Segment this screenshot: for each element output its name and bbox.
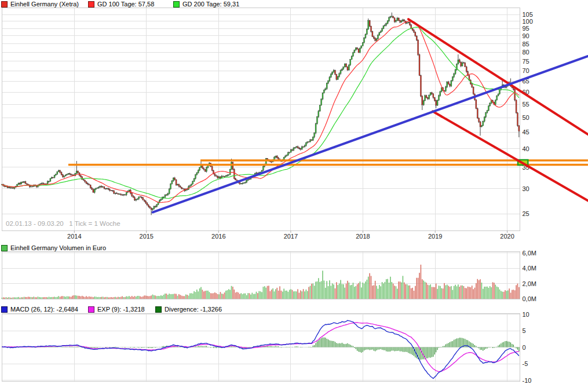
svg-text:85: 85 (523, 41, 529, 47)
svg-text:45: 45 (523, 129, 529, 136)
legend-label: Divergence: -1,3266 (165, 306, 222, 313)
legend-item-gd200: GD 200 Tage: 59,31 (173, 1, 239, 8)
svg-text:2016: 2016 (211, 233, 225, 240)
svg-text:-5: -5 (523, 360, 528, 367)
svg-text:-10: -10 (523, 377, 532, 384)
svg-text:55: 55 (523, 101, 529, 108)
svg-text:100: 100 (523, 18, 533, 25)
svg-text:2020: 2020 (500, 233, 514, 240)
svg-text:50: 50 (523, 114, 529, 121)
svg-text:2017: 2017 (284, 233, 298, 240)
svg-text:80: 80 (523, 49, 529, 56)
svg-text:90: 90 (523, 32, 529, 39)
series-swatch-icon (1, 306, 8, 313)
svg-text:2015: 2015 (140, 233, 154, 240)
svg-text:105: 105 (523, 11, 533, 18)
stock-chart-application: 1051009590858075706560555045403530256,0M… (0, 0, 588, 388)
svg-text:0: 0 (523, 344, 526, 351)
series-swatch-icon (88, 306, 94, 313)
price-legend: Einhell Germany (Xetra) GD 100 Tage: 57,… (0, 1, 588, 8)
svg-text:2,0M: 2,0M (523, 280, 536, 287)
series-swatch-icon (155, 306, 162, 313)
series-swatch-icon (1, 245, 8, 251)
svg-text:5: 5 (523, 327, 526, 334)
series-swatch-icon (173, 1, 180, 8)
legend-item-volume: Einhell Germany Volumen in Euro (1, 244, 106, 251)
legend-item-macd: MACD (26, 12): -2,6484 (1, 306, 78, 313)
legend-item-exp: EXP (9): -1,3218 (88, 306, 145, 313)
svg-text:30: 30 (523, 185, 529, 192)
chart-canvas[interactable]: 1051009590858075706560555045403530256,0M… (0, 0, 588, 388)
svg-text:25: 25 (523, 210, 529, 217)
legend-item-instrument: Einhell Germany (Xetra) (1, 1, 79, 8)
svg-text:2014: 2014 (67, 233, 81, 240)
svg-text:0,0M: 0,0M (523, 295, 536, 302)
series-swatch-icon (1, 1, 8, 8)
legend-item-divergence: Divergence: -1,3266 (155, 306, 222, 313)
series-swatch-icon (88, 1, 94, 8)
legend-label: Einhell Germany (Xetra) (10, 1, 79, 8)
svg-text:70: 70 (523, 67, 529, 74)
period-watermark: 02.01.13 - 09.03.20 1 Tick = 1 Woche (6, 220, 120, 227)
macd-legend: MACD (26, 12): -2,6484 EXP (9): -1,3218 … (0, 306, 588, 313)
svg-text:2018: 2018 (356, 233, 370, 240)
legend-label: GD 100 Tage: 57,58 (97, 1, 154, 8)
legend-label: EXP (9): -1,3218 (97, 306, 145, 313)
volume-legend: Einhell Germany Volumen in Euro (0, 244, 588, 252)
svg-text:4,0M: 4,0M (523, 265, 536, 272)
legend-label: MACD (26, 12): -2,6484 (10, 306, 78, 313)
svg-text:95: 95 (523, 25, 529, 32)
svg-text:2019: 2019 (428, 233, 442, 240)
legend-label: Einhell Germany Volumen in Euro (10, 244, 106, 251)
svg-text:40: 40 (523, 145, 529, 152)
legend-label: GD 200 Tage: 59,31 (182, 1, 239, 8)
legend-item-gd100: GD 100 Tage: 57,58 (88, 1, 154, 8)
svg-text:75: 75 (523, 58, 529, 65)
